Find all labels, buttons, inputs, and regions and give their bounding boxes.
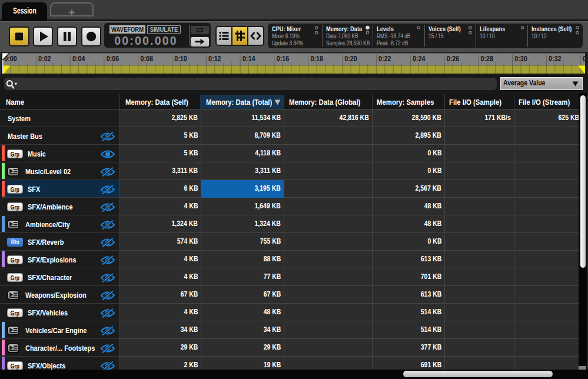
- svg-text:0:08: 0:08: [141, 55, 154, 63]
- svg-text:0:06: 0:06: [107, 55, 119, 63]
- svg-text:0:10: 0:10: [174, 55, 187, 63]
- svg-text:0:04: 0:04: [72, 55, 85, 63]
- svg-text:0:22: 0:22: [378, 55, 391, 63]
- svg-text:0:16: 0:16: [277, 55, 290, 63]
- svg-text:0:14: 0:14: [242, 55, 255, 63]
- svg-text:0:24: 0:24: [413, 55, 426, 63]
- svg-text:0:32: 0:32: [549, 55, 562, 63]
- svg-text:0:02: 0:02: [38, 55, 51, 63]
- svg-text:0:18: 0:18: [311, 55, 324, 63]
- svg-text:0:12: 0:12: [208, 55, 221, 63]
- svg-text:0:30: 0:30: [514, 55, 527, 63]
- svg-text:0:26: 0:26: [447, 55, 460, 63]
- svg-text:0:28: 0:28: [481, 55, 494, 63]
- svg-text:0:20: 0:20: [344, 55, 357, 63]
